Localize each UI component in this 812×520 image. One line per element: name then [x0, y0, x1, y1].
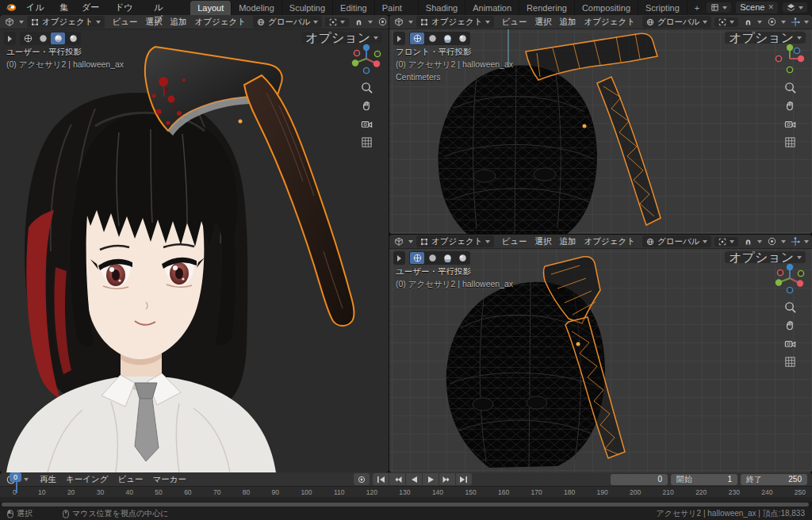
pivot-dropdown[interactable] — [714, 17, 738, 27]
viewport-menu-item[interactable]: 追加 — [555, 17, 580, 28]
gizmo-caret[interactable] — [804, 240, 809, 243]
snap-magnet-icon[interactable] — [741, 235, 754, 247]
workspace-tab[interactable]: Scripting — [638, 1, 688, 15]
move-view-hand-icon[interactable] — [784, 100, 796, 112]
orientation-dropdown[interactable]: グローバル — [642, 16, 711, 28]
snap-caret[interactable] — [757, 240, 762, 243]
topbar-menu-item[interactable]: ウィンドウ — [109, 0, 148, 26]
end-frame-field[interactable]: 終了 250 — [741, 474, 807, 485]
shading-wireframe-icon[interactable] — [410, 32, 424, 44]
snap-magnet-icon[interactable] — [741, 16, 754, 28]
proportional-caret[interactable] — [781, 240, 786, 243]
workspace-tab[interactable]: UV Editing — [333, 0, 375, 15]
jump-to-start-button[interactable] — [373, 473, 389, 485]
viewport-menu-item[interactable]: オブジェクト — [580, 17, 638, 28]
move-view-hand-icon[interactable] — [784, 319, 796, 331]
zoom-icon[interactable] — [784, 301, 796, 313]
timeline-editor-caret[interactable] — [24, 478, 29, 481]
toggle-perspective-grid-icon[interactable] — [784, 136, 796, 148]
jump-to-end-button[interactable] — [456, 473, 472, 485]
topbar-menu-item[interactable]: レンダー — [76, 0, 109, 26]
viewport-menu-item[interactable]: 追加 — [555, 236, 580, 247]
zoom-icon[interactable] — [361, 82, 373, 94]
proportional-edit-icon[interactable] — [376, 16, 389, 28]
camera-view-icon[interactable] — [784, 338, 796, 350]
orientation-gizmo[interactable] — [773, 262, 806, 295]
tool-settings-toggle[interactable] — [393, 251, 405, 265]
toggle-perspective-grid-icon[interactable] — [784, 356, 796, 368]
viewport-menu-item[interactable]: 選択 — [530, 236, 555, 247]
topbar-menu-item[interactable]: 編集 — [54, 0, 76, 26]
next-keyframe-button[interactable] — [439, 473, 455, 485]
viewport-menu-item[interactable]: ビュー — [497, 17, 530, 28]
timeline-menu-item[interactable]: ビュー — [113, 474, 147, 485]
workspace-tab[interactable]: Rendering — [519, 1, 575, 15]
scene-close-icon[interactable]: ✕ — [768, 2, 774, 13]
shading-rendered-icon[interactable] — [455, 252, 469, 264]
gizmo-caret[interactable] — [804, 21, 809, 24]
add-workspace-button[interactable]: + — [689, 2, 705, 13]
workspace-tab[interactable]: Animation — [465, 1, 519, 15]
scene-browse-button[interactable] — [707, 2, 731, 13]
topbar-menu-item[interactable]: ファイル — [21, 0, 54, 26]
timeline-scrollbar[interactable] — [0, 502, 812, 507]
tool-settings-toggle[interactable] — [393, 32, 405, 45]
wireframe-head[interactable] — [439, 66, 597, 234]
play-button[interactable] — [423, 473, 439, 485]
orientation-gizmo[interactable] — [350, 42, 383, 75]
move-view-hand-icon[interactable] — [361, 100, 373, 112]
viewport-main-canvas[interactable] — [0, 29, 389, 472]
snap-caret[interactable] — [368, 21, 373, 24]
playhead[interactable]: 0 — [10, 472, 21, 482]
mode-dropdown[interactable]: オブジェクト — [416, 16, 494, 28]
camera-view-icon[interactable] — [784, 118, 796, 130]
shading-wireframe-icon[interactable] — [21, 32, 35, 44]
scrollbar-thumb[interactable] — [2, 503, 809, 507]
proportional-edit-icon[interactable] — [765, 235, 778, 247]
viewport-menu-item[interactable]: ビュー — [497, 236, 530, 247]
orientation-dropdown[interactable]: グローバル — [253, 16, 322, 28]
gizmo-toggle-icon[interactable] — [789, 235, 802, 247]
workspace-tab[interactable]: Modeling — [232, 1, 282, 15]
shading-material-icon[interactable] — [440, 252, 454, 264]
snap-magnet-icon[interactable] — [352, 16, 365, 28]
shading-material-icon[interactable] — [440, 32, 454, 44]
workspace-tab[interactable]: Texture Paint — [375, 0, 419, 15]
previous-keyframe-button[interactable] — [389, 473, 405, 485]
timeline-menu-item[interactable]: マーカー — [147, 474, 191, 485]
gizmo-toggle-icon[interactable] — [789, 16, 802, 28]
view-layer-selector[interactable] — [783, 2, 807, 13]
proportional-edit-icon[interactable] — [765, 16, 778, 28]
workspace-tab[interactable]: Layout — [190, 1, 232, 15]
shading-solid-icon[interactable] — [36, 32, 50, 44]
play-reverse-button[interactable] — [406, 473, 422, 485]
viewport-menu-item[interactable]: オブジェクト — [190, 17, 249, 28]
camera-view-icon[interactable] — [361, 118, 373, 130]
snap-caret[interactable] — [757, 21, 762, 24]
timeline-ruler[interactable]: 0102030405060708090100110120130140150160… — [0, 486, 812, 497]
editor-type-caret[interactable] — [408, 21, 413, 24]
editor-type-icon[interactable] — [393, 16, 405, 28]
shading-rendered-icon[interactable] — [455, 32, 469, 44]
viewport-menu-item[interactable]: 選択 — [530, 17, 555, 28]
timeline-menu-item[interactable]: 再生 — [35, 474, 61, 485]
zoom-icon[interactable] — [784, 82, 796, 94]
pivot-dropdown[interactable] — [714, 237, 738, 247]
timeline-menu-item[interactable]: キーイング — [61, 474, 113, 485]
orientation-dropdown[interactable]: グローバル — [642, 235, 711, 247]
viewport-menu-item[interactable]: オブジェクト — [580, 236, 638, 247]
topbar-menu-item[interactable]: ヘルプ — [148, 0, 176, 26]
current-frame-field[interactable]: 0 — [611, 474, 668, 485]
shading-wireframe-icon[interactable] — [410, 252, 424, 264]
editor-type-icon[interactable] — [3, 16, 16, 28]
start-frame-field[interactable]: 開始 1 — [671, 474, 737, 485]
shading-material-icon[interactable] — [51, 32, 65, 44]
shading-solid-icon[interactable] — [425, 252, 439, 264]
mode-dropdown[interactable]: オブジェクト — [416, 235, 494, 247]
workspace-tab[interactable]: Compositing — [575, 1, 638, 15]
workspace-tab[interactable]: Sculpting — [282, 1, 333, 15]
orientation-gizmo[interactable] — [773, 42, 806, 75]
shading-rendered-icon[interactable] — [66, 32, 80, 44]
tool-settings-toggle[interactable] — [4, 32, 16, 45]
toggle-perspective-grid-icon[interactable] — [361, 136, 373, 148]
